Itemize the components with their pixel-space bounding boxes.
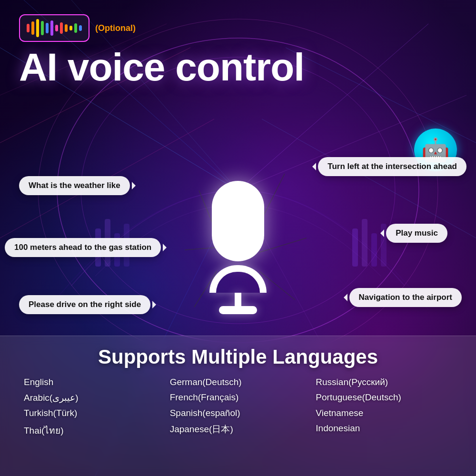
language-item: French(Français) <box>170 392 307 403</box>
wave-bar-9 <box>65 24 68 32</box>
optional-label: (Optional) <box>95 23 136 33</box>
language-item: Japanese(日本) <box>170 423 307 437</box>
language-item: German(Deutsch) <box>170 377 307 387</box>
wave-bar-12 <box>79 25 82 31</box>
language-item: Arabic(عيبرى) <box>24 392 160 403</box>
page-title: AI voice control <box>19 47 457 88</box>
language-panel: Supports Multiple Languages EnglishGerma… <box>0 336 476 476</box>
wave-bar-11 <box>74 23 77 33</box>
language-item: Turkish(Türk) <box>24 408 160 418</box>
bubble-turn: Turn left at the intersection ahead <box>318 157 466 176</box>
language-item: English <box>24 377 160 387</box>
mic-section: What is the weather like 100 meters ahea… <box>0 148 476 347</box>
wave-bar-6 <box>50 20 53 36</box>
wave-bar-5 <box>46 23 49 33</box>
language-item: Russian(Русский) <box>316 377 452 387</box>
mic-body <box>212 181 264 261</box>
language-item: Indonesian <box>316 423 452 437</box>
bubble-navigation: Navigation to the airport <box>349 288 462 307</box>
top-section: (Optional) AI voice control <box>0 0 476 88</box>
wave-bar-8 <box>60 22 63 34</box>
wave-bar-4 <box>41 21 44 35</box>
bubble-music: Play music <box>386 224 447 243</box>
waveform-box <box>19 14 89 42</box>
wave-bar-2 <box>31 21 34 35</box>
wave-bar-1 <box>27 24 30 32</box>
mic-stand-arc <box>209 265 267 292</box>
language-item: Spanish(español) <box>170 408 307 418</box>
wave-bar-3 <box>36 19 39 37</box>
language-item: Portuguese(Deutsch) <box>316 392 452 403</box>
bubble-gas: 100 meters ahead to the gas station <box>5 238 161 257</box>
mic-stand-pole <box>235 293 241 306</box>
main-content: (Optional) AI voice control 🤖 <box>0 0 476 476</box>
language-item: Vietnamese <box>316 408 452 418</box>
wave-bar-7 <box>55 25 58 31</box>
language-grid: EnglishGerman(Deutsch)Russian(Русский)Ar… <box>24 377 452 437</box>
mic-base <box>219 306 257 314</box>
language-item: Thai(ไทย) <box>24 423 160 437</box>
microphone <box>195 181 281 314</box>
wave-bar-10 <box>69 26 72 30</box>
language-panel-title: Supports Multiple Languages <box>24 346 452 368</box>
bubble-weather: What is the weather like <box>19 176 130 195</box>
bubble-drive: Please drive on the right side <box>19 295 150 314</box>
